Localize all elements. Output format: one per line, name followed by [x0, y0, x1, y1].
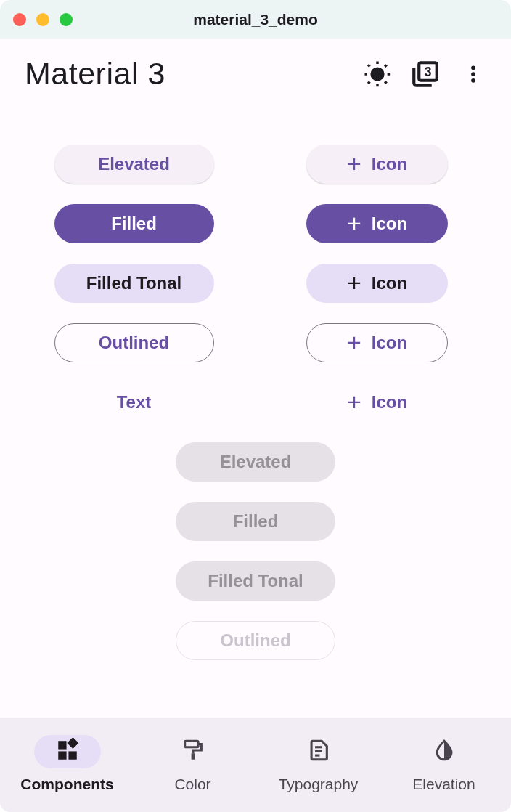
close-window-button[interactable] [13, 13, 26, 26]
disabled-button-stack: Elevated Filled Filled Tonal Outlined [0, 442, 511, 660]
button-label: Outlined [99, 333, 169, 353]
button-label: Elevated [98, 154, 170, 174]
plus-icon: + [347, 211, 361, 235]
filled-tonal-button[interactable]: Filled Tonal [54, 264, 214, 303]
button-label: Filled [233, 511, 279, 532]
button-label: Filled Tonal [208, 571, 303, 591]
svg-line-8 [385, 65, 387, 67]
filled-button[interactable]: Filled [54, 204, 214, 243]
brightness-toggle-button[interactable] [360, 57, 395, 92]
button-label: Icon [372, 333, 407, 353]
app-bar: Material 3 [0, 39, 511, 108]
svg-text:3: 3 [425, 64, 432, 78]
widgets-icon [55, 738, 80, 766]
filled-icon-button[interactable]: + Icon [306, 204, 448, 243]
plus-icon: + [347, 330, 361, 354]
svg-line-5 [368, 65, 370, 67]
button-label: Icon [372, 214, 407, 234]
app-title: Material 3 [25, 56, 165, 92]
button-label: Outlined [220, 630, 290, 651]
text-snippet-icon [306, 738, 331, 766]
svg-line-7 [368, 81, 370, 84]
svg-line-6 [385, 81, 387, 84]
tonal-button-disabled: Filled Tonal [176, 561, 335, 601]
outlined-button-disabled: Outlined [176, 621, 335, 660]
svg-rect-17 [67, 738, 78, 749]
nav-label: Typography [279, 776, 359, 793]
button-label: Icon [372, 154, 407, 174]
plus-icon: + [347, 389, 361, 414]
brightness-icon [362, 59, 393, 89]
svg-rect-18 [184, 741, 197, 747]
button-label: Text [117, 392, 152, 413]
svg-rect-15 [58, 751, 66, 759]
app-surface: Material 3 [0, 39, 511, 812]
plus-icon: + [347, 151, 361, 176]
svg-point-13 [471, 78, 475, 82]
elevated-button[interactable]: Elevated [54, 145, 214, 184]
overflow-menu-button[interactable] [456, 57, 491, 92]
material-version-button[interactable]: 3 [408, 57, 443, 92]
text-icon-button[interactable]: + Icon [306, 383, 448, 422]
more-vert-icon [462, 59, 484, 89]
window-titlebar: material_3_demo [0, 0, 511, 39]
button-grid: Elevated + Icon Filled + Icon Filled Ton… [45, 145, 466, 422]
filled-button-disabled: Filled [176, 502, 335, 541]
button-label: Icon [372, 273, 407, 293]
plus-icon: + [347, 270, 361, 295]
nav-label: Color [174, 776, 210, 793]
button-label: Elevated [220, 452, 292, 472]
nav-item-typography[interactable]: Typography [256, 735, 381, 793]
window-title: material_3_demo [0, 11, 511, 28]
content-area: Elevated + Icon Filled + Icon Filled Ton… [0, 108, 511, 718]
format-paint-icon [181, 738, 205, 766]
outlined-button[interactable]: Outlined [54, 323, 214, 362]
filter-3-icon: 3 [410, 59, 441, 89]
nav-label: Components [20, 776, 113, 793]
svg-point-12 [471, 72, 475, 76]
svg-rect-19 [191, 753, 195, 760]
svg-point-0 [372, 68, 383, 80]
svg-rect-14 [58, 741, 66, 749]
traffic-lights [13, 13, 73, 26]
minimize-window-button[interactable] [36, 13, 49, 26]
filled-tonal-icon-button[interactable]: + Icon [306, 264, 448, 303]
maximize-window-button[interactable] [60, 13, 73, 26]
button-label: Filled [111, 214, 157, 234]
outlined-icon-button[interactable]: + Icon [306, 323, 448, 362]
elevated-icon-button[interactable]: + Icon [306, 145, 448, 184]
button-label: Filled Tonal [86, 273, 182, 293]
invert-colors-icon [432, 738, 457, 766]
button-label: Icon [372, 392, 407, 413]
bottom-navigation: Components Color [0, 718, 511, 812]
text-button[interactable]: Text [54, 383, 214, 422]
elevated-button-disabled: Elevated [176, 442, 335, 482]
nav-label: Elevation [412, 776, 475, 793]
nav-item-elevation[interactable]: Elevation [381, 735, 507, 793]
nav-item-color[interactable]: Color [130, 735, 256, 793]
nav-item-components[interactable]: Components [4, 735, 130, 793]
svg-rect-16 [68, 751, 76, 759]
svg-point-11 [471, 65, 475, 70]
